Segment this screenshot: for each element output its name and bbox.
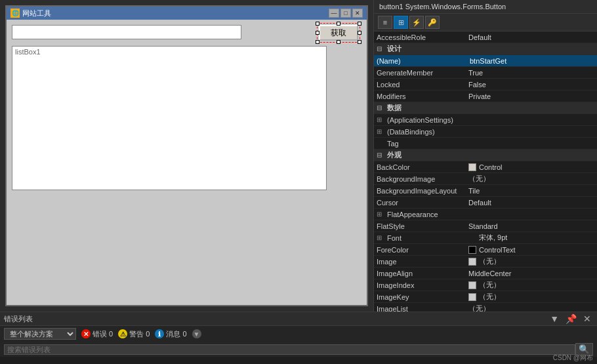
prop-name-accessible-role: AccessibleRole (374, 33, 466, 41)
prop-toolbar-key-btn[interactable]: 🔑 (425, 16, 440, 29)
expand-databindings-icon[interactable]: ⊞ (374, 128, 384, 135)
form-listbox-control[interactable]: listBox1 (12, 46, 327, 190)
prop-value-flat-style: Standard (466, 222, 597, 230)
pin-button[interactable]: ▼ (548, 313, 561, 324)
form-titlebar: 🌐 网站工具 — □ ✕ (7, 7, 367, 20)
prop-value-image-key: （无） (466, 292, 597, 302)
prop-row-app-settings[interactable]: ⊞ (ApplicationSettings) (374, 114, 597, 126)
prop-category-design-label: 设计 (384, 44, 476, 54)
fore-color-text: ControlText (479, 246, 516, 254)
properties-header: button1 System.Windows.Forms.Button (374, 0, 597, 14)
prop-value-back-color: Control (466, 163, 597, 171)
form-icon: 🌐 (10, 9, 20, 18)
handle-br (358, 40, 361, 44)
prop-name-app-settings: (ApplicationSettings) (384, 116, 476, 124)
bottom-search-bar: 🔍 (0, 342, 597, 357)
prop-row-image[interactable]: Image （无） (374, 256, 597, 268)
prop-name-input[interactable] (468, 57, 597, 65)
prop-name-image: Image (374, 258, 466, 266)
prop-row-generate-member[interactable]: GenerateMember True (374, 67, 597, 79)
prop-row-data-bindings[interactable]: ⊞ (DataBindings) (374, 126, 597, 138)
handle-tl (316, 22, 319, 26)
form-textbox-control[interactable] (12, 25, 241, 39)
prop-row-image-key[interactable]: ImageKey （无） (374, 291, 597, 303)
prop-name-data-bindings: (DataBindings) (384, 128, 476, 136)
listbox-label: listBox1 (12, 47, 326, 57)
bottom-header: 错误列表 ▼ 📌 ✕ (0, 312, 597, 326)
prop-value-image-align: MiddleCenter (466, 270, 597, 277)
prop-row-accessible-role[interactable]: AccessibleRole Default (374, 31, 597, 43)
prop-value-image: （无） (466, 256, 597, 266)
scope-dropdown[interactable]: 整个解决方案 (4, 328, 76, 340)
maximize-button[interactable]: □ (340, 9, 351, 18)
prop-row-font[interactable]: ⊞ Font 宋体, 9pt (374, 232, 597, 244)
image-index-text: （无） (479, 280, 501, 290)
form-titlebar-buttons: — □ ✕ (329, 9, 363, 18)
form-title: 网站工具 (22, 9, 329, 18)
prop-value-fore-color: ControlText (466, 246, 597, 254)
prop-name-tag: Tag (374, 140, 466, 148)
prop-row-tag[interactable]: Tag (374, 138, 597, 150)
form-button-wrapper: 获取 (317, 23, 360, 43)
prop-toolbar-grid-btn[interactable]: ≡ (378, 16, 392, 29)
expand-design-icon[interactable]: ⊟ (374, 45, 384, 52)
prop-category-data-label: 数据 (384, 103, 476, 113)
prop-name-flat-appearance: FlatAppearance (384, 211, 476, 218)
expand-font-icon[interactable]: ⊞ (374, 234, 384, 241)
filter-icon[interactable]: ▼ (192, 329, 201, 338)
prop-name-modifiers: Modifiers (374, 92, 466, 100)
close-bottom-button[interactable]: ✕ (581, 313, 593, 324)
prop-row-background-image-layout[interactable]: BackgroundImageLayout Tile (374, 185, 597, 197)
prop-name-image-align: ImageAlign (374, 270, 466, 277)
prop-row-fore-color[interactable]: ForeColor ControlText (374, 244, 597, 256)
prop-row-name[interactable]: (Name) (374, 55, 597, 67)
handle-tr (358, 22, 361, 26)
prop-toolbar-events-btn[interactable]: ⚡ (409, 16, 424, 29)
prop-value-generate-member: True (466, 69, 597, 77)
search-errors-input[interactable] (4, 344, 575, 355)
prop-row-back-color[interactable]: BackColor Control (374, 161, 597, 173)
back-color-text: Control (479, 163, 502, 171)
expand-appearance-icon[interactable]: ⊟ (374, 152, 384, 159)
expand-appsettings-icon[interactable]: ⊞ (374, 116, 384, 123)
error-badge: ✕ 错误 0 (81, 329, 113, 339)
prop-row-locked[interactable]: Locked False (374, 79, 597, 91)
prop-toolbar-category-btn[interactable]: ⊞ (394, 16, 408, 29)
form-button-control[interactable]: 获取 (319, 25, 358, 41)
image-text: （无） (479, 256, 501, 266)
prop-value-image-index: （无） (466, 280, 597, 290)
close-button[interactable]: ✕ (352, 9, 363, 18)
prop-category-data: ⊟ 数据 (374, 102, 597, 114)
prop-value-cursor: Default (466, 199, 597, 207)
prop-row-image-align[interactable]: ImageAlign MiddleCenter (374, 268, 597, 279)
prop-name-font: Font (384, 234, 476, 242)
expand-flat-appearance-icon[interactable]: ⊞ (374, 211, 384, 218)
expand-data-icon[interactable]: ⊟ (374, 104, 384, 111)
prop-value-font: 宋体, 9pt (476, 233, 597, 243)
prop-row-cursor[interactable]: Cursor Default (374, 197, 597, 209)
prop-row-image-list[interactable]: ImageList （无） (374, 303, 597, 312)
prop-name-flat-style: FlatStyle (374, 222, 466, 230)
prop-name-image-key: ImageKey (374, 293, 466, 301)
auto-hide-button[interactable]: 📌 (564, 313, 579, 324)
prop-row-flat-appearance[interactable]: ⊞ FlatAppearance (374, 209, 597, 220)
prop-row-modifiers[interactable]: Modifiers Private (374, 91, 597, 102)
csdn-watermark: CSDN @网布 (553, 354, 593, 363)
selected-object-label: button1 System.Windows.Forms.Button (379, 3, 506, 10)
prop-value-background-image-layout: Tile (466, 187, 597, 195)
prop-name-background-image: BackgroundImage (374, 175, 466, 183)
image-index-swatch (468, 281, 476, 289)
handle-bl (316, 40, 319, 44)
prop-row-flat-style[interactable]: FlatStyle Standard (374, 220, 597, 232)
handle-tm (337, 22, 340, 26)
form-window: 🌐 网站工具 — □ ✕ (5, 5, 368, 306)
prop-row-image-index[interactable]: ImageIndex （无） (374, 279, 597, 291)
bottom-panel: 错误列表 ▼ 📌 ✕ 整个解决方案 ✕ 错误 0 ⚠ 警告 0 ℹ 消息 0 ▼… (0, 312, 597, 364)
prop-row-background-image[interactable]: BackgroundImage （无） (374, 173, 597, 185)
image-key-swatch (468, 293, 476, 301)
prop-value-name[interactable] (466, 57, 597, 65)
warning-badge: ⚠ 警告 0 (118, 329, 150, 339)
handle-ml (316, 31, 319, 35)
minimize-button[interactable]: — (329, 9, 339, 18)
image-swatch (468, 258, 476, 266)
